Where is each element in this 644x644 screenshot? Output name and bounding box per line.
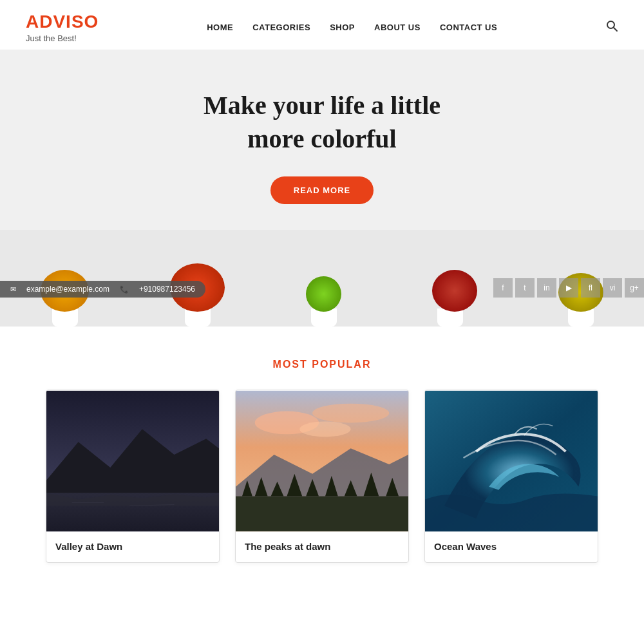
hero-text: Make your life a little more colorful RE… xyxy=(191,50,453,230)
plant-body-3 xyxy=(306,276,341,312)
most-popular-title: MOST POPULAR xyxy=(26,359,618,370)
logo-tagline: Just the Best! xyxy=(26,33,99,43)
plant-4 xyxy=(422,270,477,327)
social-instagram[interactable]: in xyxy=(537,278,556,298)
hero-cta-button[interactable]: READ MORE xyxy=(270,176,374,204)
social-bar: f t in ▶ fl vi g+ xyxy=(493,278,644,298)
card-1[interactable]: Valley at Dawn xyxy=(46,390,220,563)
search-button[interactable] xyxy=(605,19,618,35)
header: ADVISO Just the Best! HOME CATEGORIES SH… xyxy=(0,0,644,50)
most-popular-section: MOST POPULAR xyxy=(0,327,644,582)
card-2-image xyxy=(236,390,408,532)
logo-title[interactable]: ADVISO xyxy=(26,12,99,32)
plant-3 xyxy=(306,276,341,327)
plant-1 xyxy=(41,270,89,327)
social-twitter[interactable]: t xyxy=(515,278,535,298)
nav-contact[interactable]: CONTACT US xyxy=(440,23,497,32)
svg-point-10 xyxy=(312,404,389,423)
card-3[interactable]: Ocean Waves xyxy=(424,390,598,563)
hero-section: Make your life a little more colorful RE… xyxy=(0,50,644,327)
hero-heading: Make your life a little more colorful xyxy=(204,89,440,156)
card-3-image xyxy=(425,390,598,532)
nav-shop[interactable]: SHOP xyxy=(330,23,355,32)
cards-row: Valley at Dawn xyxy=(26,390,618,563)
social-google-plus[interactable]: g+ xyxy=(625,278,644,298)
nav-home[interactable]: HOME xyxy=(207,23,233,32)
logo-area: ADVISO Just the Best! xyxy=(26,12,99,43)
contact-bar: ✉ example@example.com 📞 +910987123456 xyxy=(0,281,205,298)
plant-body-4 xyxy=(432,270,477,312)
card-1-title: Valley at Dawn xyxy=(46,532,219,562)
contact-phone: +910987123456 xyxy=(139,285,195,294)
card-1-image xyxy=(46,390,219,532)
card-3-title: Ocean Waves xyxy=(425,532,598,562)
phone-icon: 📞 xyxy=(120,285,129,294)
email-icon: ✉ xyxy=(10,285,16,294)
card-2[interactable]: The peaks at dawn xyxy=(235,390,409,563)
svg-line-1 xyxy=(614,28,617,31)
social-vimeo[interactable]: vi xyxy=(603,278,622,298)
contact-email: example@example.com xyxy=(26,285,109,294)
social-youtube[interactable]: ▶ xyxy=(559,278,578,298)
nav-about[interactable]: ABOUT US xyxy=(374,23,421,32)
search-icon xyxy=(605,19,618,32)
social-flickr[interactable]: fl xyxy=(581,278,600,298)
main-nav: HOME CATEGORIES SHOP ABOUT US CONTACT US xyxy=(207,23,497,32)
nav-categories[interactable]: CATEGORIES xyxy=(252,23,310,32)
social-facebook[interactable]: f xyxy=(493,278,513,298)
plant-strip: ✉ example@example.com 📞 +910987123456 xyxy=(0,230,644,327)
svg-point-11 xyxy=(299,421,350,437)
card-2-title: The peaks at dawn xyxy=(236,532,408,562)
svg-rect-13 xyxy=(236,497,408,532)
